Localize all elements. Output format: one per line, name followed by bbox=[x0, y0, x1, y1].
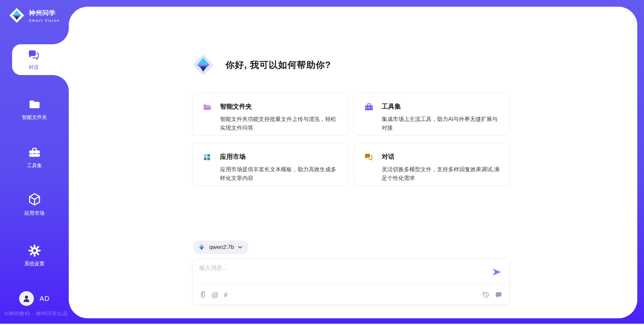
chevron-down-icon bbox=[238, 246, 243, 249]
bottom-edge-strip bbox=[0, 324, 644, 325]
card-app-market[interactable]: 应用市场 应用市场提供丰富长文本模板，助力高效生成多样化文章内容 bbox=[192, 143, 348, 186]
avatar bbox=[19, 291, 34, 306]
folder-icon bbox=[28, 98, 41, 111]
brand-title: 神州问学 bbox=[29, 9, 60, 17]
chat-bubble-icon bbox=[495, 291, 502, 298]
card-title: 对话 bbox=[382, 152, 502, 161]
card-title: 智能文件夹 bbox=[220, 102, 341, 111]
user-initials: AD bbox=[40, 295, 50, 303]
toolbox-icon bbox=[28, 146, 41, 159]
card-description: 应用市场提供丰富长文本模板，助力高效生成多样化文章内容 bbox=[220, 165, 341, 182]
sidebar-item-label: 应用市场 bbox=[24, 210, 45, 216]
sidebar-item-smart-folder[interactable]: 智能文件夹 bbox=[0, 98, 69, 121]
message-input[interactable] bbox=[199, 264, 481, 282]
mention-button[interactable]: @ bbox=[211, 291, 218, 298]
sidebar-item-chat[interactable]: 对话 bbox=[12, 44, 70, 75]
app-root: { "brand": { "title": "神州问学", "subtitle"… bbox=[0, 0, 644, 325]
brand-diamond-icon bbox=[9, 7, 25, 23]
main-content-panel: 你好, 我可以如何帮助你? 智能文件夹 智能文件夹功能支持批量文件上传与清洗，轻… bbox=[69, 7, 637, 318]
chat-bubbles-icon bbox=[364, 152, 374, 185]
model-name: qwen2:7b bbox=[209, 244, 234, 251]
sidebar-item-toolset[interactable]: 工具集 bbox=[0, 146, 69, 169]
card-title: 工具集 bbox=[382, 102, 502, 111]
greeting-text: 你好, 我可以如何帮助你? bbox=[225, 59, 331, 71]
card-toolset[interactable]: 工具集 集成市场上主流工具，助力AI与外界无缝扩展与对接 bbox=[354, 93, 510, 135]
sidebar-item-label: 智能文件夹 bbox=[22, 114, 47, 121]
sidebar-item-label: 对话 bbox=[29, 64, 39, 71]
folder-open-icon bbox=[203, 102, 212, 135]
sidebar-item-label: 工具集 bbox=[27, 162, 42, 169]
toolbox-icon bbox=[364, 102, 374, 135]
attach-file-button[interactable] bbox=[200, 291, 206, 299]
send-icon bbox=[492, 268, 502, 276]
chat-bubbles-icon bbox=[27, 49, 40, 62]
grid-icon bbox=[203, 152, 212, 185]
history-icon bbox=[482, 291, 490, 299]
cube-icon bbox=[27, 192, 42, 207]
message-composer: @ # bbox=[192, 259, 510, 305]
sidebar-item-settings[interactable]: 系统设置 bbox=[0, 244, 69, 267]
person-icon bbox=[22, 294, 31, 303]
gear-icon bbox=[28, 244, 42, 258]
quick-chat-button[interactable] bbox=[495, 291, 502, 298]
brand-subtitle: Smart Vision bbox=[29, 18, 60, 22]
history-button[interactable] bbox=[482, 291, 490, 299]
model-diamond-icon bbox=[198, 243, 206, 251]
feature-cards: 智能文件夹 智能文件夹功能支持批量文件上传与清洗，轻松实现文件问答 bbox=[192, 93, 510, 186]
paperclip-icon bbox=[200, 291, 206, 299]
card-chat[interactable]: 对话 灵活切换多模型文件，支持多样回复效果调试,满足个性化需求 bbox=[354, 143, 510, 186]
hero-diamond-icon bbox=[192, 54, 215, 76]
card-smart-folder[interactable]: 智能文件夹 智能文件夹功能支持批量文件上传与清洗，轻松实现文件问答 bbox=[192, 93, 348, 135]
card-title: 应用市场 bbox=[220, 152, 341, 161]
active-tab-curve-bottom bbox=[53, 75, 69, 91]
active-tab-curve-top bbox=[53, 28, 69, 44]
topic-button[interactable]: # bbox=[224, 291, 228, 298]
card-description: 集成市场上主流工具，助力AI与外界无缝扩展与对接 bbox=[382, 115, 502, 132]
brand-logo: 神州问学 Smart Vision bbox=[9, 7, 60, 23]
composer-toolbar: @ # bbox=[200, 285, 502, 305]
user-account[interactable]: AD bbox=[0, 291, 69, 306]
model-selector[interactable]: qwen2:7b bbox=[193, 241, 249, 254]
send-button[interactable] bbox=[491, 267, 502, 277]
hero: 你好, 我可以如何帮助你? bbox=[192, 54, 331, 76]
sidebar-footer-text: ©神州数码 · 神州问学出品 bbox=[5, 311, 68, 317]
card-description: 智能文件夹功能支持批量文件上传与清洗，轻松实现文件问答 bbox=[220, 115, 341, 132]
sidebar-item-label: 系统设置 bbox=[24, 261, 45, 267]
sidebar-item-app-market[interactable]: 应用市场 bbox=[0, 192, 69, 216]
card-description: 灵活切换多模型文件，支持多样回复效果调试,满足个性化需求 bbox=[382, 165, 502, 182]
